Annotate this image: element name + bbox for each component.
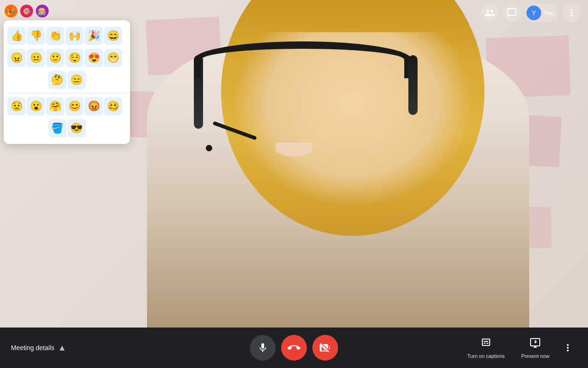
captions-label: Turn on captions xyxy=(467,353,505,359)
emoji-row-3: 😟 😮 🤗 😊 😡 🥴 xyxy=(7,95,126,117)
more-options-bottom-button[interactable] xyxy=(559,339,577,357)
chat-button[interactable] xyxy=(503,4,521,22)
meeting-details-label: Meeting details xyxy=(11,344,54,351)
captions-button[interactable]: Turn on captions xyxy=(460,333,512,362)
emoji-thumbsdown[interactable]: 👎 xyxy=(27,27,45,45)
emoji-row-2b: 🤔 😑 xyxy=(7,69,126,91)
center-controls xyxy=(250,335,338,361)
emoji-clap[interactable]: 👏 xyxy=(46,27,64,45)
emoji-woozy[interactable]: 🥴 xyxy=(104,97,122,115)
emoji-expressionless[interactable]: 😑 xyxy=(68,71,86,89)
user-label: You xyxy=(544,10,554,17)
present-now-button[interactable]: Present now xyxy=(514,333,557,362)
more-options-button[interactable] xyxy=(562,4,581,22)
emoji-blush[interactable]: 😊 xyxy=(65,97,84,115)
top-bar-icons: Y You xyxy=(481,4,581,22)
emoji-astonished[interactable]: 😮 xyxy=(27,97,45,115)
emoji-panel: 👍 👎 👏 🙌 🎉 😄 😠 😐 🙂 😌 😍 😁 🤔 😑 😟 😮 🤗 😊 😡 🥴 … xyxy=(4,20,130,144)
smile xyxy=(276,143,312,156)
emoji-hugging[interactable]: 🤗 xyxy=(46,97,64,115)
emoji-party[interactable]: 🎉 xyxy=(85,27,103,45)
emoji-neutral[interactable]: 😐 xyxy=(27,49,45,67)
hangup-button[interactable] xyxy=(281,335,307,361)
emoji-laughing[interactable]: 😄 xyxy=(104,27,122,45)
emoji-row-2: 😠 😐 🙂 😌 😍 😁 xyxy=(7,47,126,69)
emoji-row-3b: 🪣 😎 xyxy=(7,117,126,139)
emoji-thumbsup[interactable]: 👍 xyxy=(7,27,26,45)
right-controls: Turn on captions Present now xyxy=(460,333,577,362)
emoji-rage[interactable]: 😡 xyxy=(85,97,103,115)
emoji-sunglasses[interactable]: 😎 xyxy=(68,119,86,138)
meeting-details[interactable]: Meeting details ▲ xyxy=(11,343,66,353)
bottom-bar: Meeting details ▲ xyxy=(0,328,588,368)
mic-button[interactable] xyxy=(250,335,276,361)
present-label: Present now xyxy=(521,353,549,359)
headset-right xyxy=(408,55,418,115)
emoji-divider xyxy=(7,93,126,93)
chevron-up-icon: ▲ xyxy=(58,343,66,353)
people-button[interactable] xyxy=(481,4,499,22)
emoji-thinking[interactable]: 🤔 xyxy=(48,71,67,89)
user-avatar-chip[interactable]: Y You xyxy=(525,4,559,22)
camera-button[interactable] xyxy=(312,335,338,361)
emoji-raise[interactable]: 🙌 xyxy=(65,27,84,45)
emoji-relieved[interactable]: 😌 xyxy=(65,49,84,67)
present-icon xyxy=(530,337,541,351)
mic-tip xyxy=(206,145,212,151)
emoji-grin[interactable]: 😁 xyxy=(104,49,122,67)
captions-icon xyxy=(481,337,492,351)
headset-arc xyxy=(194,41,412,78)
emoji-smile[interactable]: 🙂 xyxy=(46,49,64,67)
emoji-worried[interactable]: 😟 xyxy=(7,97,26,115)
avatar: Y xyxy=(526,6,541,20)
emoji-row-1: 👍 👎 👏 🙌 🎉 😄 xyxy=(7,25,126,47)
emoji-bucket[interactable]: 🪣 xyxy=(48,119,67,138)
emoji-heart-eyes[interactable]: 😍 xyxy=(85,49,103,67)
emoji-angry[interactable]: 😠 xyxy=(7,49,26,67)
